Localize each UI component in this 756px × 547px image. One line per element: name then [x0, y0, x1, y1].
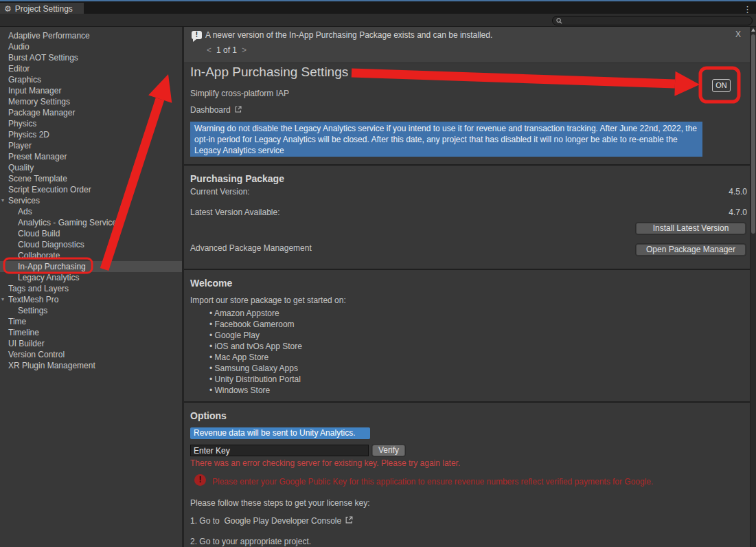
store-list-item: Windows Store [209, 386, 270, 395]
banner-close-icon[interactable]: X [735, 30, 741, 39]
install-latest-version-button[interactable]: Install Latest Version [636, 223, 746, 234]
advanced-package-management-label: Advanced Package Management [190, 243, 312, 253]
google-play-console-link[interactable]: Google Play Developer Console [224, 516, 341, 526]
google-key-input[interactable] [190, 445, 369, 456]
sidebar-item-textmesh-settings[interactable]: Settings [0, 305, 182, 316]
step-2: 2. Go to your appropriate project. [190, 537, 311, 546]
sidebar-item-quality[interactable]: Quality [0, 162, 182, 173]
sidebar-item-legacy-analytics[interactable]: Legacy Analytics [0, 272, 182, 283]
sidebar-item-editor[interactable]: Editor [0, 63, 182, 74]
step-1: 1. Go to Google Play Developer Console [190, 515, 354, 526]
legacy-analytics-warning: Warning do not disable the Legacy Analyt… [190, 122, 702, 157]
update-notification-banner: ! A newer version of the In-App Purchasi… [184, 27, 750, 63]
error-circle-icon: ! [194, 474, 206, 486]
sidebar-item-scene-template[interactable]: Scene Template [0, 173, 182, 184]
analytics-note-badge: Revenue data will be sent to Unity Analy… [190, 427, 370, 439]
options-heading: Options [190, 410, 227, 421]
toolbar [0, 14, 756, 27]
foldout-triangle-icon[interactable]: ▾ [1, 294, 4, 305]
kebab-menu-icon[interactable]: ⋮ [743, 4, 752, 14]
pager-text: 1 of 1 [216, 45, 237, 55]
sidebar-item-ui-builder[interactable]: UI Builder [0, 338, 182, 349]
welcome-heading: Welcome [190, 278, 232, 289]
sidebar-item-timeline[interactable]: Timeline [0, 327, 182, 338]
section-divider [184, 401, 750, 403]
pager-next-icon[interactable]: > [242, 45, 247, 55]
section-divider [184, 269, 750, 270]
foldout-triangle-icon[interactable]: ▾ [1, 195, 4, 206]
main-panel: ! A newer version of the In-App Purchasi… [184, 27, 750, 547]
dashboard-link[interactable]: Dashboard [190, 105, 242, 115]
window-title: Project Settings [15, 4, 73, 14]
page-title: In-App Purchasing Settings [190, 65, 348, 80]
search-box[interactable] [552, 16, 753, 25]
store-list-item: Unity Distribution Portal [209, 375, 301, 384]
sidebar-item-memory-settings[interactable]: Memory Settings [0, 96, 182, 107]
scroll-up-arrow-icon[interactable] [751, 28, 755, 32]
section-divider [184, 164, 750, 166]
sidebar-item-ads[interactable]: Ads [0, 206, 182, 217]
scrollbar-thumb[interactable] [751, 34, 755, 234]
google-key-error-text: Please enter your Google Public Key for … [212, 477, 653, 487]
sidebar-item-physics-2d[interactable]: Physics 2D [0, 129, 182, 140]
page-subtitle: Simplify cross-platform IAP [190, 89, 289, 98]
latest-version-value: 4.7.0 [729, 208, 747, 217]
title-bar: ⚙ Project Settings ⋮ [0, 0, 756, 14]
sidebar-item-textmesh-pro[interactable]: ▾TextMesh Pro [0, 294, 182, 305]
notification-bubble-icon: ! [192, 31, 202, 39]
sidebar-item-time[interactable]: Time [0, 316, 182, 327]
store-list-item: Google Play [209, 331, 260, 340]
sidebar-item-analytics-gaming-services[interactable]: Analytics - Gaming Services [0, 217, 182, 228]
sidebar-item-script-execution-order[interactable]: Script Execution Order [0, 184, 182, 195]
gear-icon: ⚙ [4, 5, 12, 13]
store-list-item: Mac App Store [209, 353, 268, 362]
pager-prev-icon[interactable]: < [207, 45, 211, 55]
vertical-scrollbar[interactable] [750, 27, 756, 547]
sidebar-item-collaborate[interactable]: Collaborate [0, 250, 182, 261]
sidebar-item-burst-aot[interactable]: Burst AOT Settings [0, 52, 182, 63]
current-version-label: Current Version: [190, 187, 250, 197]
sidebar-item-package-manager[interactable]: Package Manager [0, 107, 182, 118]
sidebar-item-cloud-build[interactable]: Cloud Build [0, 228, 182, 239]
service-toggle-on-button[interactable]: ON [712, 79, 731, 92]
search-icon [556, 18, 562, 24]
sidebar-item-in-app-purchasing[interactable]: In-App Purchasing [0, 261, 182, 272]
store-list-item: iOS and tvOs App Store [209, 342, 302, 351]
open-package-manager-button[interactable]: Open Package Manager [636, 244, 746, 256]
sidebar-item-adaptive-performance[interactable]: Adaptive Performance [0, 30, 182, 41]
store-list-item: Amazon Appstore [209, 309, 279, 318]
external-link-icon [234, 105, 242, 115]
welcome-intro: Import our store package to get started … [190, 295, 346, 305]
sidebar-item-player[interactable]: Player [0, 140, 182, 151]
sidebar-item-xr-plugin-management[interactable]: XR Plugin Management [0, 360, 182, 371]
current-version-value: 4.5.0 [729, 187, 747, 197]
sidebar-item-tags-and-layers[interactable]: Tags and Layers [0, 283, 182, 294]
sidebar-item-services[interactable]: ▾Services [0, 195, 182, 206]
sidebar-item-preset-manager[interactable]: Preset Manager [0, 151, 182, 162]
purchasing-package-heading: Purchasing Package [190, 173, 284, 184]
store-list-item: Facebook Gameroom [209, 320, 295, 329]
latest-version-label: Latest Version Available: [190, 208, 280, 217]
sidebar-item-input-manager[interactable]: Input Manager [0, 85, 182, 96]
sidebar-item-version-control[interactable]: Version Control [0, 349, 182, 360]
sidebar-item-audio[interactable]: Audio [0, 41, 182, 52]
settings-sidebar: Adaptive Performance Audio Burst AOT Set… [0, 27, 182, 547]
external-link-icon [345, 515, 354, 526]
server-error-text: There was an error checking server for e… [190, 458, 460, 468]
verify-button[interactable]: Verify [372, 445, 405, 456]
sidebar-item-physics[interactable]: Physics [0, 118, 182, 129]
banner-pager: < 1 of 1 > [207, 45, 247, 55]
search-input[interactable] [562, 16, 741, 25]
license-steps-intro: Please follow these steps to get your li… [190, 498, 369, 508]
sidebar-item-graphics[interactable]: Graphics [0, 74, 182, 85]
store-list-item: Samsung Galaxy Apps [209, 364, 298, 373]
banner-message: A newer version of the In-App Purchasing… [205, 30, 492, 40]
sidebar-item-cloud-diagnostics[interactable]: Cloud Diagnostics [0, 239, 182, 250]
